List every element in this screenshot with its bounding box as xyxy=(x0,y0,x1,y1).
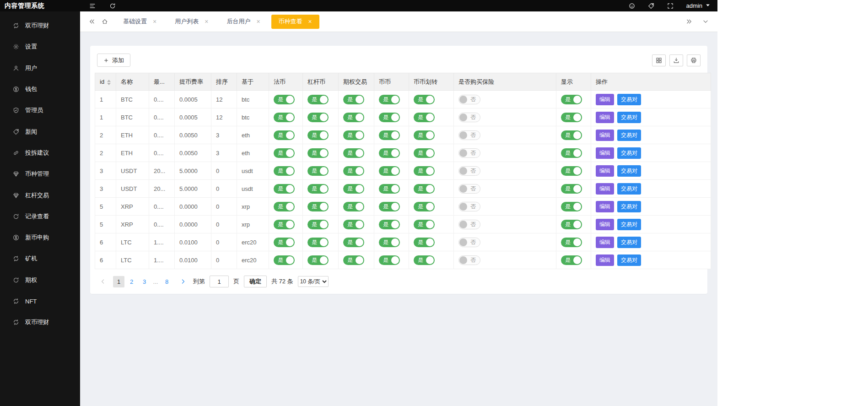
coin-toggle[interactable]: 是 xyxy=(379,255,400,265)
pair-button[interactable]: 交易对 xyxy=(617,130,641,141)
sidebar-item[interactable]: 币种管理 xyxy=(0,163,80,184)
option-toggle[interactable]: 是 xyxy=(343,148,364,158)
insurance-toggle[interactable]: 否 xyxy=(458,113,480,122)
fiat-toggle[interactable]: 是 xyxy=(274,202,295,211)
option-toggle[interactable]: 是 xyxy=(343,220,364,229)
coin-toggle[interactable]: 是 xyxy=(379,148,400,158)
insurance-toggle[interactable]: 否 xyxy=(458,255,480,265)
sidebar-item[interactable]: 双币理财 xyxy=(0,15,80,36)
option-toggle[interactable]: 是 xyxy=(343,113,364,122)
lever-toggle[interactable]: 是 xyxy=(307,95,329,104)
lever-toggle[interactable]: 是 xyxy=(307,166,329,176)
pair-button[interactable]: 交易对 xyxy=(617,237,641,248)
tabs-scroll-left-button[interactable] xyxy=(86,18,98,25)
edit-button[interactable]: 编辑 xyxy=(596,201,614,212)
lever-toggle[interactable]: 是 xyxy=(307,184,329,194)
show-toggle[interactable]: 是 xyxy=(561,95,582,104)
sidebar-item[interactable]: NFT xyxy=(0,291,80,312)
fiat-toggle[interactable]: 是 xyxy=(274,166,295,176)
fiat-toggle[interactable]: 是 xyxy=(274,184,295,194)
transfer-toggle[interactable]: 是 xyxy=(414,130,435,140)
lever-toggle[interactable]: 是 xyxy=(307,238,329,247)
page-button[interactable]: 2 xyxy=(126,276,137,287)
insurance-toggle[interactable]: 否 xyxy=(458,184,480,194)
tab-item-active[interactable]: 币种查看× xyxy=(271,15,319,29)
edit-button[interactable]: 编辑 xyxy=(596,237,614,248)
edit-button[interactable]: 编辑 xyxy=(596,94,614,105)
option-toggle[interactable]: 是 xyxy=(343,130,364,140)
lever-toggle[interactable]: 是 xyxy=(307,255,329,265)
column-header[interactable]: id xyxy=(95,73,116,91)
transfer-toggle[interactable]: 是 xyxy=(414,95,435,104)
edit-button[interactable]: 编辑 xyxy=(596,254,614,266)
fiat-toggle[interactable]: 是 xyxy=(274,130,295,140)
option-toggle[interactable]: 是 xyxy=(343,238,364,247)
option-toggle[interactable]: 是 xyxy=(343,255,364,265)
page-button[interactable]: 8 xyxy=(161,276,173,287)
option-toggle[interactable]: 是 xyxy=(343,166,364,176)
insurance-toggle[interactable]: 否 xyxy=(458,166,480,176)
topbar-tag-button[interactable] xyxy=(648,3,654,9)
option-toggle[interactable]: 是 xyxy=(343,95,364,104)
current-page[interactable]: 1 xyxy=(113,276,124,287)
topbar-face-button[interactable] xyxy=(629,3,635,9)
show-toggle[interactable]: 是 xyxy=(561,113,582,122)
tab-close-icon[interactable]: × xyxy=(205,18,208,25)
show-toggle[interactable]: 是 xyxy=(561,166,582,176)
insurance-toggle[interactable]: 否 xyxy=(458,238,480,247)
coin-toggle[interactable]: 是 xyxy=(379,95,400,104)
sidebar-item[interactable]: 双币理财 xyxy=(0,312,80,333)
tab-close-icon[interactable]: × xyxy=(153,18,156,25)
coin-toggle[interactable]: 是 xyxy=(379,220,400,229)
insurance-toggle[interactable]: 否 xyxy=(458,220,480,229)
filter-columns-button[interactable] xyxy=(652,54,666,66)
show-toggle[interactable]: 是 xyxy=(561,202,582,211)
refresh-button[interactable] xyxy=(109,3,116,9)
pair-button[interactable]: 交易对 xyxy=(617,254,641,266)
pair-button[interactable]: 交易对 xyxy=(617,94,641,105)
coin-toggle[interactable]: 是 xyxy=(379,113,400,122)
sidebar-item[interactable]: 管理员 xyxy=(0,100,80,121)
insurance-toggle[interactable]: 否 xyxy=(458,130,480,140)
sidebar-item[interactable]: 矿机 xyxy=(0,248,80,269)
sort-icon[interactable] xyxy=(107,80,111,85)
edit-button[interactable]: 编辑 xyxy=(596,165,614,177)
show-toggle[interactable]: 是 xyxy=(561,148,582,158)
show-toggle[interactable]: 是 xyxy=(561,130,582,140)
transfer-toggle[interactable]: 是 xyxy=(414,148,435,158)
fiat-toggle[interactable]: 是 xyxy=(274,148,295,158)
pair-button[interactable]: 交易对 xyxy=(617,183,641,195)
transfer-toggle[interactable]: 是 xyxy=(414,166,435,176)
sidebar-item[interactable]: 用户 xyxy=(0,58,80,79)
page-button[interactable]: 3 xyxy=(139,276,150,287)
confirm-button[interactable]: 确定 xyxy=(244,276,267,287)
export-button[interactable] xyxy=(669,54,683,66)
insurance-toggle[interactable]: 否 xyxy=(458,95,480,104)
coin-toggle[interactable]: 是 xyxy=(379,184,400,194)
sidebar-item[interactable]: 期权 xyxy=(0,270,80,291)
prev-page-button[interactable] xyxy=(97,276,108,287)
next-page-button[interactable] xyxy=(177,276,189,287)
fullscreen-button[interactable] xyxy=(667,3,674,9)
sidebar-collapse-button[interactable] xyxy=(89,3,96,9)
tab-item[interactable]: 用户列表× xyxy=(167,15,216,29)
lever-toggle[interactable]: 是 xyxy=(307,130,329,140)
insurance-toggle[interactable]: 否 xyxy=(458,148,480,158)
edit-button[interactable]: 编辑 xyxy=(596,130,614,141)
edit-button[interactable]: 编辑 xyxy=(596,112,614,123)
show-toggle[interactable]: 是 xyxy=(561,220,582,229)
tabs-menu-button[interactable] xyxy=(699,18,712,25)
tab-item[interactable]: 后台用户× xyxy=(219,15,267,29)
fiat-toggle[interactable]: 是 xyxy=(274,238,295,247)
transfer-toggle[interactable]: 是 xyxy=(414,113,435,122)
coin-toggle[interactable]: 是 xyxy=(379,166,400,176)
show-toggle[interactable]: 是 xyxy=(561,255,582,265)
option-toggle[interactable]: 是 xyxy=(343,184,364,194)
sidebar-item[interactable]: 杠杆交易 xyxy=(0,184,80,206)
add-button[interactable]: 添加 xyxy=(97,54,130,67)
lever-toggle[interactable]: 是 xyxy=(307,148,329,158)
lever-toggle[interactable]: 是 xyxy=(307,113,329,122)
option-toggle[interactable]: 是 xyxy=(343,202,364,211)
pair-button[interactable]: 交易对 xyxy=(617,147,641,159)
transfer-toggle[interactable]: 是 xyxy=(414,255,435,265)
